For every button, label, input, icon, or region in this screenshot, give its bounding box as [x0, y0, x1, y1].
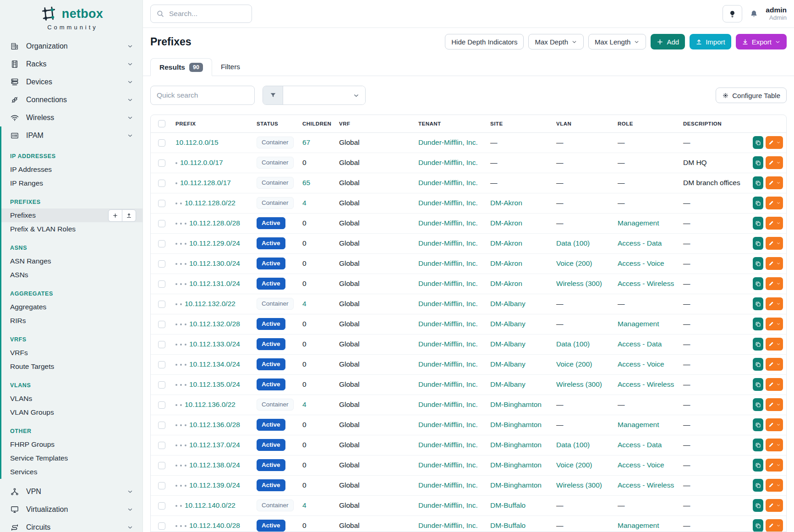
site-link[interactable]: DM-Akron: [490, 280, 522, 287]
prefix-link[interactable]: 10.112.128.0/28: [189, 219, 240, 227]
edit-button[interactable]: [766, 297, 783, 310]
tenant-link[interactable]: Dunder-Mifflin, Inc.: [418, 421, 478, 428]
role-link[interactable]: Access - Wireless: [618, 280, 674, 287]
clone-button[interactable]: [753, 136, 763, 149]
children-count-link[interactable]: 67: [302, 138, 310, 146]
prefix-link[interactable]: 10.112.132.0/22: [185, 300, 235, 307]
edit-button[interactable]: [766, 499, 783, 512]
sidebar-item-asn-ranges[interactable]: ASN Ranges: [1, 254, 142, 268]
user-menu[interactable]: admin Admin: [766, 6, 787, 22]
clone-button[interactable]: [753, 156, 763, 169]
row-checkbox[interactable]: [158, 301, 165, 308]
edit-button[interactable]: [766, 257, 783, 270]
vlan-link[interactable]: Wireless (300): [556, 280, 602, 287]
tab-results[interactable]: Results 90: [150, 58, 212, 76]
sidebar-item-aggregates[interactable]: Aggregates: [1, 300, 142, 314]
row-checkbox[interactable]: [158, 462, 165, 469]
prefix-link[interactable]: 10.112.133.0/24: [189, 340, 240, 348]
clone-button[interactable]: [753, 197, 763, 209]
sidebar-item-prefix-vlan-roles[interactable]: Prefix & VLAN Roles: [1, 222, 142, 236]
role-link[interactable]: Management: [618, 421, 659, 428]
clone-button[interactable]: [753, 277, 763, 290]
row-checkbox[interactable]: [158, 200, 165, 207]
column-header-status[interactable]: STATUS: [252, 115, 298, 132]
prefix-link[interactable]: 10.112.134.0/24: [189, 360, 240, 368]
row-checkbox[interactable]: [158, 401, 165, 409]
row-checkbox[interactable]: [158, 280, 165, 288]
clone-button[interactable]: [753, 257, 763, 270]
sidebar-item-asns[interactable]: ASNs: [1, 268, 142, 282]
sidebar-item-route-targets[interactable]: Route Targets: [1, 360, 142, 373]
clone-button[interactable]: [753, 297, 763, 310]
row-checkbox[interactable]: [158, 159, 165, 167]
prefix-link[interactable]: 10.112.0.0/15: [175, 138, 219, 146]
row-checkbox[interactable]: [158, 361, 165, 368]
notifications-bell-icon[interactable]: [749, 9, 759, 19]
edit-button[interactable]: [766, 156, 783, 169]
vlan-link[interactable]: Data (100): [556, 441, 590, 449]
column-header-prefix[interactable]: PREFIX: [171, 115, 252, 132]
clone-button[interactable]: [753, 418, 763, 431]
vlan-link[interactable]: Data (100): [556, 340, 590, 348]
edit-button[interactable]: [766, 197, 783, 209]
vlan-link[interactable]: Data (100): [556, 239, 590, 247]
column-header-site[interactable]: SITE: [486, 115, 552, 132]
clone-button[interactable]: [753, 378, 763, 391]
column-header-vlan[interactable]: VLAN: [552, 115, 613, 132]
sidebar-item-services[interactable]: Services: [1, 465, 142, 479]
clone-button[interactable]: [753, 499, 763, 512]
column-header-description[interactable]: DESCRIPTION: [679, 115, 748, 132]
role-link[interactable]: Management: [618, 320, 659, 328]
site-link[interactable]: DM-Buffalo: [490, 501, 526, 509]
edit-button[interactable]: [766, 358, 783, 371]
sidebar-item-vlan-groups[interactable]: VLAN Groups: [1, 406, 142, 419]
column-header-tenant[interactable]: TENANT: [414, 115, 486, 132]
vlan-link[interactable]: Voice (200): [556, 259, 592, 267]
row-checkbox[interactable]: [158, 482, 165, 489]
tenant-link[interactable]: Dunder-Mifflin, Inc.: [418, 521, 478, 529]
site-link[interactable]: DM-Binghamton: [490, 441, 542, 449]
clone-button[interactable]: [753, 519, 763, 532]
site-link[interactable]: DM-Akron: [490, 259, 522, 267]
site-link[interactable]: DM-Buffalo: [490, 521, 526, 529]
prefix-link[interactable]: 10.112.135.0/24: [189, 380, 240, 388]
children-count-link[interactable]: 4: [302, 501, 307, 509]
clone-button[interactable]: [753, 398, 763, 411]
clone-button[interactable]: [753, 217, 763, 230]
add-button[interactable]: Add: [651, 34, 685, 49]
global-search-input[interactable]: [169, 10, 246, 18]
sidebar-item-vlans[interactable]: VLANs: [1, 392, 142, 406]
tenant-link[interactable]: Dunder-Mifflin, Inc.: [418, 400, 478, 408]
edit-button[interactable]: [766, 176, 783, 189]
children-count-link[interactable]: 4: [302, 199, 307, 207]
sidebar-item-prefixes[interactable]: Prefixes: [1, 208, 142, 222]
tenant-link[interactable]: Dunder-Mifflin, Inc.: [418, 501, 478, 509]
role-link[interactable]: Access - Voice: [618, 360, 664, 368]
quick-search-input[interactable]: [157, 91, 248, 99]
row-checkbox[interactable]: [158, 381, 165, 389]
quick-search[interactable]: [150, 86, 255, 105]
filter-funnel-button[interactable]: [263, 86, 283, 104]
sidebar-item-wireless[interactable]: Wireless: [0, 109, 142, 126]
edit-button[interactable]: [766, 136, 783, 149]
prefix-link[interactable]: 10.112.136.0/28: [189, 421, 240, 428]
prefix-link[interactable]: 10.112.129.0/24: [189, 239, 240, 247]
row-checkbox[interactable]: [158, 422, 165, 429]
tenant-link[interactable]: Dunder-Mifflin, Inc.: [418, 481, 478, 489]
quick-import-button[interactable]: [122, 209, 136, 222]
sidebar-item-ip-ranges[interactable]: IP Ranges: [1, 176, 142, 190]
role-link[interactable]: Access - Data: [618, 239, 662, 247]
tenant-link[interactable]: Dunder-Mifflin, Inc.: [418, 360, 478, 368]
select-all-checkbox[interactable]: [158, 120, 165, 127]
row-checkbox[interactable]: [158, 321, 165, 328]
prefix-link[interactable]: 10.112.128.0/22: [185, 199, 235, 207]
site-link[interactable]: DM-Akron: [490, 199, 522, 207]
site-link[interactable]: DM-Akron: [490, 239, 522, 247]
prefix-link[interactable]: 10.112.140.0/22: [185, 501, 235, 509]
edit-button[interactable]: [766, 459, 783, 472]
row-checkbox[interactable]: [158, 180, 165, 187]
role-link[interactable]: Access - Wireless: [618, 380, 674, 388]
sidebar-item-circuits[interactable]: Circuits: [0, 518, 142, 532]
sidebar-item-connections[interactable]: Connections: [0, 91, 142, 109]
site-link[interactable]: DM-Binghamton: [490, 461, 542, 469]
